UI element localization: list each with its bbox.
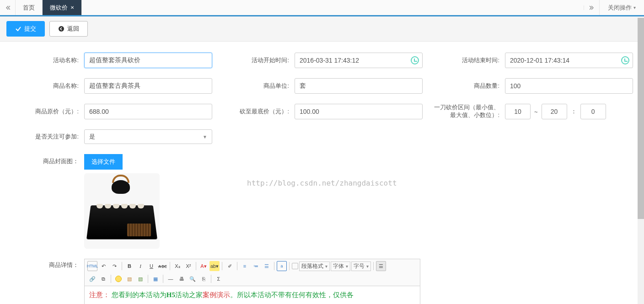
html-source-button[interactable]: HTML — [87, 261, 97, 271]
highlight-button[interactable]: ab▾ — [209, 261, 220, 271]
find-button[interactable]: 🔍 — [188, 274, 198, 284]
bargain-max-input[interactable] — [542, 104, 567, 119]
chevron-down-icon: ▼ — [203, 134, 207, 139]
label-floor-price: 砍至最底价（元）: — [221, 108, 295, 116]
close-operations-label: 关闭操作 — [608, 4, 632, 12]
table-button[interactable]: ▦ — [150, 274, 161, 284]
tab-bargain[interactable]: 微砍价 ✕ — [43, 0, 82, 15]
follow-required-select[interactable]: 是 ▼ — [84, 129, 212, 144]
product-name-input[interactable] — [84, 78, 212, 94]
undo-button[interactable]: ↶ — [98, 261, 108, 271]
code-button[interactable]: ⎘ — [199, 274, 209, 284]
label-product-name: 商品名称: — [11, 82, 84, 90]
media-button[interactable]: ▧ — [135, 274, 145, 284]
tab-bargain-label: 微砍价 — [50, 4, 68, 12]
underline-button[interactable]: U — [146, 261, 156, 271]
sub-button[interactable]: X₂ — [172, 261, 182, 271]
follow-required-value: 是 — [89, 133, 95, 141]
tabs-scroll-right[interactable] — [584, 5, 599, 10]
label-end-time: 活动结束时间: — [432, 57, 505, 64]
bargain-min-input[interactable] — [505, 104, 531, 119]
product-unit-input[interactable] — [295, 78, 423, 94]
label-product-detail: 商品详情： — [11, 259, 84, 269]
close-icon[interactable]: ✕ — [70, 5, 74, 10]
unordered-list-button[interactable]: ☰ — [262, 261, 272, 271]
ordered-list-button[interactable]: ≔ — [251, 261, 261, 271]
label-follow-required: 是否关注可参加: — [11, 133, 84, 141]
back-icon — [58, 26, 64, 32]
product-qty-input[interactable] — [505, 78, 633, 94]
label-start-time: 活动开始时间: — [221, 57, 295, 64]
clock-icon — [411, 56, 419, 64]
align-left-button[interactable]: ≡ — [240, 261, 250, 271]
sup-button[interactable]: X² — [183, 261, 193, 271]
label-orig-price: 商品原价（元）: — [11, 108, 84, 116]
range-sep-colon: ： — [571, 107, 577, 116]
text-demo: 案例演示 — [203, 291, 230, 299]
editor-toolbar: HTML ↶ ↷ B I U ᴀʙᴄ X₂ X² A▾ ab▾ ✐ ≡ ≔ ☰ — [85, 259, 420, 286]
label-product-unit: 商品单位: — [221, 82, 295, 90]
label-product-qty: 商品数量: — [432, 82, 505, 90]
tabs-scroll-left[interactable] — [0, 0, 16, 15]
image-button[interactable]: ▧ — [124, 274, 134, 284]
rich-text-editor[interactable]: HTML ↶ ↷ B I U ᴀʙᴄ X₂ X² A▾ ab▾ ✐ ≡ ≔ ☰ — [84, 259, 420, 304]
choose-file-label: 选择文件 — [91, 158, 115, 165]
unlink-button[interactable]: ⧉ — [98, 274, 108, 284]
svg-point-0 — [59, 26, 64, 32]
font-family-select[interactable]: 字体▾ — [331, 261, 350, 271]
product-cover-image — [84, 173, 160, 249]
paragraph-format-select[interactable]: 段落格式▾ — [299, 261, 330, 271]
redo-button[interactable]: ↷ — [109, 261, 119, 271]
text-warn1: 注意： — [89, 291, 110, 299]
strike-button[interactable]: ᴀʙᴄ — [157, 261, 167, 271]
action-toolbar: 提交 返回 — [0, 16, 644, 42]
text-seg3: 。所以本活动不带有任何有效性，仅供各 — [230, 291, 354, 299]
font-color-button[interactable]: A▾ — [199, 261, 209, 271]
submit-label: 提交 — [24, 25, 36, 33]
text-seg1: 您看到的本活动为 — [112, 291, 166, 299]
text-h5: H5 — [166, 291, 175, 299]
form-container: 活动名称: 活动开始时间: 活动结束时间: 商品名称: 商品单位: — [0, 42, 644, 304]
close-operations-menu[interactable]: 关闭操作 ▾ — [599, 0, 644, 15]
activity-name-input[interactable] — [84, 53, 212, 68]
chevron-down-icon: ▾ — [633, 5, 636, 10]
emoji-button[interactable] — [113, 274, 123, 284]
label-bargain-range: 一刀砍价区间（最小值、最大值、小数位）: — [432, 104, 505, 119]
choose-file-button[interactable]: 选择文件 — [84, 154, 123, 170]
link-button[interactable]: 🔗 — [87, 274, 97, 284]
orig-price-input[interactable] — [84, 104, 212, 119]
editor-content[interactable]: 注意： 您看到的本活动为H5活动之家案例演示。所以本活动不带有任何有效性，仅供各 — [85, 286, 420, 304]
formula-button[interactable]: Σ — [214, 274, 224, 284]
back-button[interactable]: 返回 — [49, 21, 88, 37]
select-all-button[interactable] — [292, 263, 298, 269]
bargain-dec-input[interactable] — [580, 104, 606, 119]
tab-home[interactable]: 首页 — [16, 0, 43, 15]
tab-home-label: 首页 — [23, 4, 35, 12]
more-button[interactable]: ☰ — [376, 261, 386, 271]
italic-button[interactable]: I — [135, 261, 145, 271]
scrollbar[interactable] — [638, 18, 644, 304]
hr-button[interactable]: — — [166, 274, 176, 284]
label-cover-image: 商品封面图： — [11, 154, 84, 165]
print-button[interactable]: 🖶 — [177, 274, 187, 284]
clock-icon — [621, 56, 629, 64]
tab-bar: 首页 微砍价 ✕ 关闭操作 ▾ — [0, 0, 644, 16]
start-time-input[interactable] — [295, 53, 423, 68]
check-icon — [15, 26, 21, 32]
char-button[interactable]: a — [277, 261, 287, 271]
bold-button[interactable]: B — [124, 261, 134, 271]
text-seg2: 活动之家 — [175, 291, 203, 299]
label-activity-name: 活动名称: — [11, 57, 84, 64]
eraser-button[interactable]: ✐ — [225, 261, 235, 271]
end-time-input[interactable] — [505, 53, 633, 68]
back-label: 返回 — [67, 25, 79, 33]
font-size-select[interactable]: 字号▾ — [351, 261, 371, 271]
floor-price-input[interactable] — [295, 104, 423, 119]
submit-button[interactable]: 提交 — [6, 21, 45, 37]
range-sep-tilde: ~ — [534, 108, 538, 115]
